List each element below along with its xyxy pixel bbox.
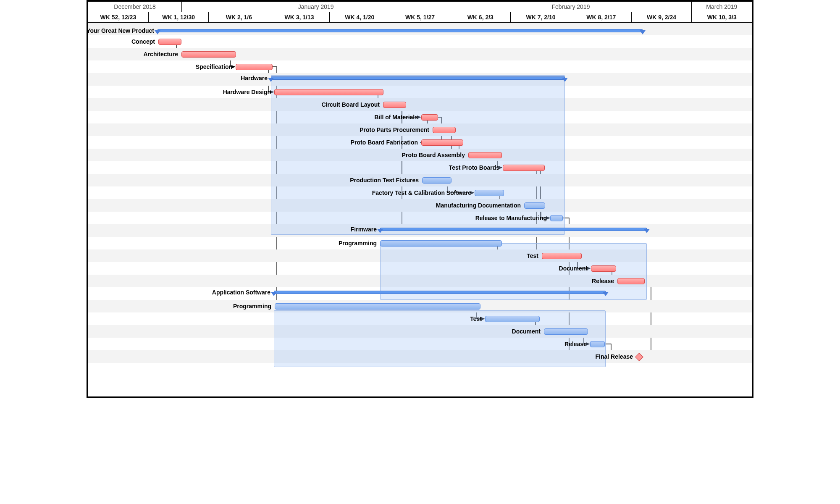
- week-cell: WK 8, 2/17: [571, 12, 632, 22]
- task-bar[interactable]: [524, 202, 545, 209]
- week-cell: WK 9, 2/24: [632, 12, 692, 22]
- week-cell: WK 10, 3/3: [692, 12, 752, 22]
- month-cell: December 2018: [88, 2, 182, 12]
- task-label: Release: [564, 341, 590, 347]
- task-label: Circuit Board Layout: [322, 101, 383, 108]
- task-bar[interactable]: [468, 152, 502, 158]
- task-bar[interactable]: [433, 127, 456, 133]
- weeks-header: WK 52, 12/23WK 1, 12/30WK 2, 1/6WK 3, 1/…: [88, 12, 752, 23]
- months-header: December 2018January 2019February 2019Ma…: [88, 2, 752, 12]
- task-label: Proto Board Assembly: [402, 152, 468, 158]
- task-bar[interactable]: [236, 64, 273, 70]
- task-label: Proto Board Fabrication: [351, 139, 421, 146]
- month-cell: March 2019: [692, 2, 752, 12]
- week-cell: WK 1, 12/30: [149, 12, 209, 22]
- summary-bar[interactable]: [380, 228, 647, 231]
- task-label: Release to Manufacturing: [475, 215, 550, 221]
- task-bar[interactable]: [422, 177, 452, 184]
- task-bar[interactable]: [503, 165, 545, 171]
- week-cell: WK 4, 1/20: [330, 12, 390, 22]
- task-bar[interactable]: [274, 89, 383, 95]
- task-bar[interactable]: [275, 303, 480, 310]
- month-cell: February 2019: [450, 2, 691, 12]
- summary-label: Firmware: [351, 226, 380, 233]
- task-label: Test Proto Boards: [449, 164, 503, 171]
- task-label: Bill of Materials: [375, 114, 421, 121]
- group-box: [274, 310, 606, 367]
- task-bar[interactable]: [591, 265, 616, 272]
- task-bar[interactable]: [421, 114, 438, 121]
- task-bar[interactable]: [158, 39, 181, 45]
- task-label: Architecture: [144, 51, 181, 58]
- project-summary-label: Your Great New Product: [87, 27, 158, 34]
- task-bar[interactable]: [485, 316, 540, 322]
- task-label: Test: [527, 252, 542, 259]
- task-label: Test: [470, 315, 485, 322]
- summary-bar[interactable]: [271, 76, 565, 80]
- task-bar[interactable]: [181, 51, 236, 58]
- summary-label: Application Software: [212, 289, 274, 296]
- task-label: Specification: [196, 63, 236, 70]
- task-bar[interactable]: [617, 278, 645, 284]
- week-cell: WK 7, 2/10: [511, 12, 571, 22]
- task-bar[interactable]: [383, 102, 406, 108]
- task-label: Programming: [233, 303, 275, 310]
- month-cell: January 2019: [182, 2, 450, 12]
- task-bar[interactable]: [380, 240, 502, 247]
- task-label: Hardware Design: [223, 89, 274, 95]
- task-label: Factory Test & Calibration Software: [372, 189, 475, 196]
- task-bar[interactable]: [542, 253, 582, 259]
- milestone-label: Final Release: [596, 353, 637, 360]
- task-label: Document: [512, 328, 544, 335]
- task-label: Proto Parts Procurement: [360, 126, 433, 133]
- task-bar[interactable]: [544, 328, 588, 335]
- task-label: Concept: [131, 38, 158, 45]
- week-cell: WK 6, 2/3: [450, 12, 511, 22]
- task-label: Document: [559, 265, 591, 272]
- task-bar[interactable]: [590, 341, 605, 347]
- summary-bar[interactable]: [274, 291, 606, 294]
- task-bar[interactable]: [550, 215, 563, 221]
- task-bar[interactable]: [421, 139, 463, 146]
- week-cell: WK 2, 1/6: [209, 12, 269, 22]
- week-cell: WK 3, 1/13: [269, 12, 330, 22]
- week-cell: WK 5, 1/27: [390, 12, 451, 22]
- task-bar[interactable]: [475, 190, 504, 196]
- summary-label: Hardware: [241, 75, 271, 81]
- task-label: Manufacturing Documentation: [436, 202, 524, 209]
- gantt-canvas: Your Great New ProductHardwareFirmwareAp…: [88, 23, 752, 396]
- week-cell: WK 52, 12/23: [88, 12, 149, 22]
- task-label: Release: [592, 278, 617, 284]
- task-label: Production Test Fixtures: [350, 177, 422, 184]
- task-label: Programming: [339, 240, 380, 247]
